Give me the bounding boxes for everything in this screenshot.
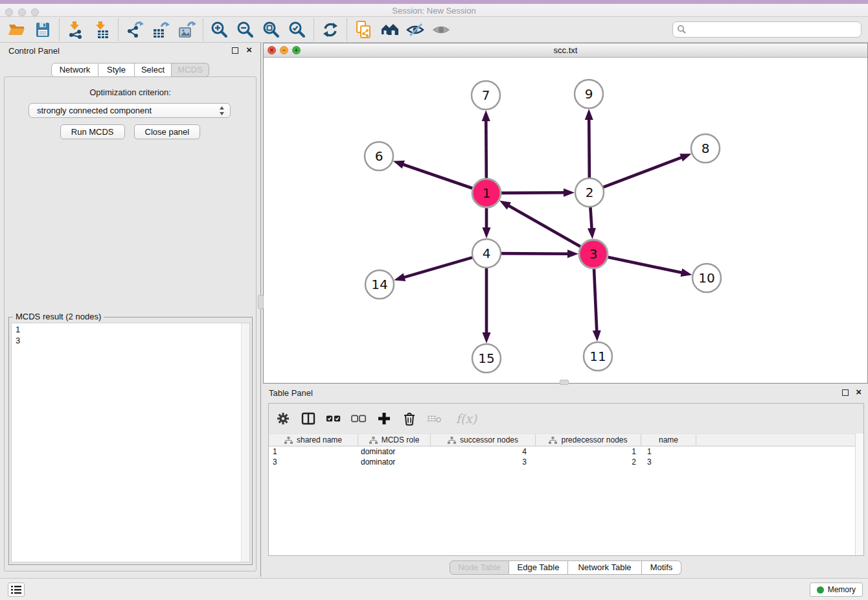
import-network-icon[interactable] [63, 19, 89, 41]
tab-network[interactable]: Network [51, 63, 98, 77]
task-history-button[interactable] [8, 583, 25, 597]
graph-arrowhead [482, 110, 490, 121]
column-header-name[interactable]: name [641, 434, 696, 446]
close-panel-button[interactable]: Close panel [134, 124, 201, 139]
svg-text:3: 3 [589, 246, 598, 262]
show-graphics-details-icon[interactable] [428, 19, 454, 41]
graph-arrowhead [585, 109, 593, 120]
graph-node-8[interactable]: 8 [691, 134, 720, 163]
table-row[interactable]: 3 dominator 3 2 3 [269, 457, 855, 467]
graph-node-15[interactable]: 15 [472, 344, 501, 373]
svg-text:6: 6 [375, 148, 383, 164]
network-canvas[interactable]: 7968124314101511 [264, 58, 867, 383]
graph-edge-1-7[interactable] [486, 119, 486, 180]
graph-node-2[interactable]: 2 [575, 178, 604, 207]
export-network-icon[interactable] [122, 19, 148, 41]
node-table[interactable]: shared name MCDS role successor nodes pr… [269, 433, 855, 555]
mcds-result-list[interactable]: 1 3 [11, 323, 250, 562]
graph-edge-1-2[interactable] [499, 192, 565, 193]
control-panel-header: Control Panel × [0, 43, 260, 60]
export-image-icon[interactable] [174, 19, 200, 41]
zoom-selected-icon[interactable] [284, 19, 310, 41]
import-table-icon[interactable] [89, 19, 115, 41]
column-header-shared-name[interactable]: shared name [269, 434, 358, 446]
tab-node-table[interactable]: Node Table [450, 560, 509, 575]
graph-edge-2-8[interactable] [602, 157, 683, 188]
save-session-icon[interactable] [30, 19, 56, 41]
graph-edge-4-14[interactable] [403, 257, 474, 278]
mcds-buttons: Run MCDS Close panel [5, 124, 256, 139]
table-tabs: Node Table Edge Table Network Table Moti… [263, 560, 868, 575]
search-input[interactable] [672, 21, 862, 38]
tab-select[interactable]: Select [135, 63, 172, 77]
tab-edge-table[interactable]: Edge Table [509, 560, 568, 575]
graph-arrowhead [564, 189, 575, 197]
network-window-titlebar[interactable]: × − + scc.txt [264, 43, 867, 58]
select-all-columns-icon[interactable] [326, 411, 341, 426]
column-label: name [659, 435, 678, 444]
export-table-icon[interactable] [148, 19, 174, 41]
graph-node-7[interactable]: 7 [472, 81, 500, 110]
graph-node-6[interactable]: 6 [365, 142, 393, 170]
zoom-fit-icon[interactable] [258, 19, 284, 41]
close-table-panel-icon[interactable]: × [856, 386, 862, 397]
graph-node-14[interactable]: 14 [365, 270, 394, 299]
dropdown-stepper-icon [219, 106, 225, 116]
clone-network-icon[interactable] [350, 19, 376, 41]
show-columns-icon[interactable] [301, 411, 316, 426]
fx-label: f(x) [456, 411, 477, 426]
column-header-successor-nodes[interactable]: successor nodes [431, 434, 536, 446]
graph-arrowhead [593, 330, 601, 341]
run-mcds-button[interactable]: Run MCDS [60, 124, 125, 139]
svg-text:10: 10 [698, 270, 714, 286]
criterion-dropdown[interactable]: strongly connected component [29, 103, 231, 118]
column-header-mcds-role[interactable]: MCDS role [358, 434, 431, 446]
unselect-all-columns-icon[interactable] [351, 411, 367, 426]
refresh-icon[interactable] [317, 19, 343, 41]
graph-edge-1-6[interactable] [402, 164, 474, 189]
optimization-criterion-label: Optimization criterion: [5, 87, 256, 97]
delete-columns-icon[interactable] [402, 411, 417, 426]
cell-shared-name: 1 [269, 446, 358, 457]
graph-edge-2-3[interactable] [590, 205, 591, 230]
tab-motifs[interactable]: Motifs [642, 560, 681, 575]
graph-node-1[interactable]: 1 [472, 179, 501, 207]
table-options-icon[interactable] [275, 411, 291, 426]
apply-function-button[interactable]: f(x) [452, 411, 481, 426]
zoom-out-icon[interactable] [233, 19, 258, 41]
table-scrollbar[interactable] [855, 433, 863, 555]
tab-mcds[interactable]: MCDS [172, 63, 209, 77]
float-table-panel-icon[interactable] [842, 389, 849, 396]
add-column-icon[interactable] [376, 411, 392, 426]
table-row[interactable]: 1 dominator 4 1 1 [269, 446, 855, 457]
network-overview-icon[interactable] [376, 19, 402, 41]
open-session-icon[interactable] [4, 19, 30, 41]
memory-button[interactable]: Memory [810, 583, 863, 597]
delete-table-icon[interactable] [427, 411, 442, 426]
graph-edge-3-1[interactable] [507, 205, 582, 248]
graph-edge-3-11[interactable] [594, 267, 597, 332]
graph-node-3[interactable]: 3 [579, 240, 608, 268]
graph-edge-4-3[interactable] [499, 253, 569, 254]
graph-node-4[interactable]: 4 [472, 239, 501, 268]
graph-node-10[interactable]: 10 [692, 264, 721, 292]
graph-node-9[interactable]: 9 [575, 80, 603, 108]
column-header-predecessor-nodes[interactable]: predecessor nodes [536, 434, 641, 446]
tab-style[interactable]: Style [98, 63, 135, 77]
close-panel-icon[interactable]: × [246, 44, 252, 55]
network-graph[interactable]: 7968124314101511 [264, 58, 867, 383]
application-window: Session: New Session [0, 0, 868, 600]
float-panel-icon[interactable] [232, 47, 238, 54]
zoom-in-icon[interactable] [207, 19, 233, 41]
splitter-handle-vertical[interactable] [258, 295, 264, 309]
graph-edge-2-9[interactable] [589, 118, 589, 179]
graph-arrowhead [499, 200, 511, 209]
window-title: Session: New Session [0, 5, 868, 17]
splitter-handle-horizontal[interactable] [560, 380, 569, 385]
hide-graphics-details-icon[interactable] [402, 19, 428, 41]
result-scrollbar[interactable] [241, 323, 249, 562]
graph-edge-3-10[interactable] [606, 257, 683, 273]
cell-name: 3 [641, 457, 696, 467]
graph-node-11[interactable]: 11 [584, 342, 612, 371]
tab-network-table[interactable]: Network Table [568, 560, 642, 575]
